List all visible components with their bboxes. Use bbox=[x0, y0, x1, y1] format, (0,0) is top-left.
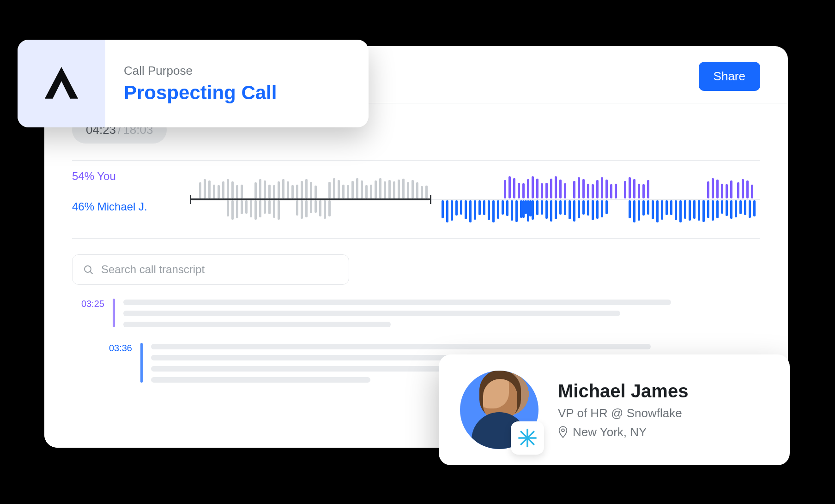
wave-seg bbox=[744, 200, 756, 218]
wave-seg bbox=[227, 200, 280, 220]
wave-seg bbox=[199, 179, 243, 198]
search-icon bbox=[83, 264, 94, 275]
wave-seg bbox=[684, 200, 728, 221]
contact-location: New York, NY bbox=[558, 425, 688, 439]
wave-seg bbox=[522, 200, 594, 222]
transcript-time: 03:36 bbox=[100, 343, 132, 354]
location-pin-icon bbox=[558, 426, 568, 438]
wave-seg bbox=[442, 200, 532, 222]
contact-title: VP of HR @ Snowflake bbox=[558, 406, 688, 420]
wave-seg bbox=[384, 180, 428, 198]
wave-seg bbox=[296, 200, 331, 219]
svg-point-8 bbox=[562, 429, 564, 432]
transcript-time: 03:25 bbox=[72, 299, 104, 309]
talk-ratio-waveform[interactable]: 54% You 46% Michael J. bbox=[72, 160, 760, 239]
share-button[interactable]: Share bbox=[699, 62, 760, 91]
call-purpose-label: Call Purpose bbox=[124, 64, 277, 78]
svg-line-1 bbox=[91, 272, 93, 274]
wave-seg bbox=[592, 200, 608, 219]
company-badge bbox=[511, 421, 544, 455]
speaker-you-label: 54% You bbox=[72, 170, 147, 183]
speaker-other-label: 46% Michael J. bbox=[72, 200, 147, 213]
wave-seg bbox=[707, 178, 732, 198]
transcript-text-placeholder bbox=[123, 299, 760, 327]
contact-card[interactable]: Michael James VP of HR @ Snowflake New Y… bbox=[439, 354, 790, 465]
call-purpose-value: Prospecting Call bbox=[124, 82, 277, 104]
wave-seg bbox=[726, 200, 746, 219]
contact-location-text: New York, NY bbox=[573, 425, 647, 439]
transcript-row[interactable]: 03:25 bbox=[72, 299, 760, 327]
apollo-logo-icon bbox=[42, 64, 81, 103]
transcript-search[interactable] bbox=[72, 254, 349, 285]
transcript-speaker-bar bbox=[140, 343, 143, 383]
wave-seg bbox=[624, 177, 649, 198]
call-purpose-card: Call Purpose Prospecting Call bbox=[18, 40, 369, 127]
contact-name: Michael James bbox=[558, 381, 688, 402]
waveform-track[interactable] bbox=[190, 172, 760, 227]
snowflake-icon bbox=[517, 428, 538, 448]
contact-avatar bbox=[460, 371, 539, 449]
wave-seg bbox=[573, 177, 617, 198]
speaker-labels: 54% You 46% Michael J. bbox=[72, 170, 147, 213]
wave-seg bbox=[504, 176, 566, 198]
app-logo-tile bbox=[18, 40, 105, 127]
transcript-search-input[interactable] bbox=[101, 263, 339, 276]
wave-seg bbox=[737, 179, 753, 198]
waveform-playhead[interactable] bbox=[430, 195, 431, 204]
svg-point-7 bbox=[526, 436, 529, 439]
transcript-speaker-bar bbox=[113, 299, 115, 327]
wave-seg bbox=[254, 179, 317, 198]
